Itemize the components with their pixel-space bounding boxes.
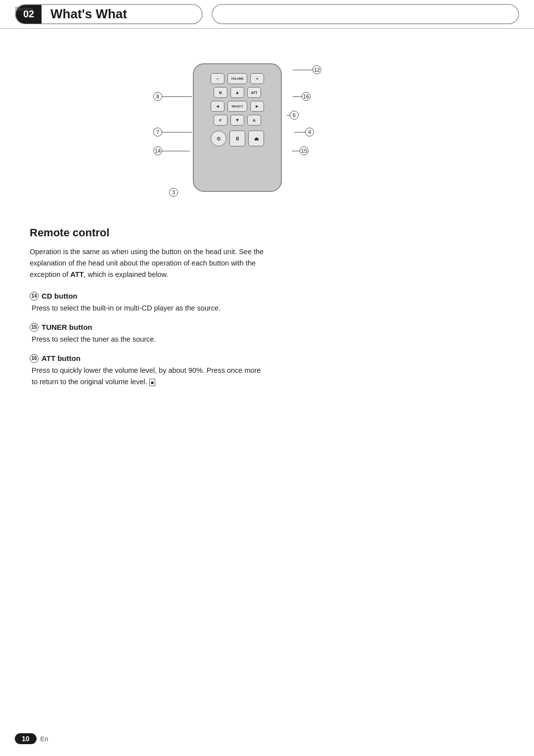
remote-control-heading: Remote control xyxy=(30,226,504,239)
btn-right[interactable] xyxy=(250,101,264,112)
btn-b[interactable]: B xyxy=(214,87,227,98)
btn-eject[interactable]: ⏏ xyxy=(248,131,264,146)
remote-row-3: SELECT xyxy=(199,101,276,112)
btn-down[interactable] xyxy=(230,115,244,126)
callout-circle-3: 3 xyxy=(169,188,178,197)
callout-circle-7: 7 xyxy=(153,128,162,136)
header-left: 02 What's What xyxy=(15,4,203,24)
remote-wrapper: − VOLUME + B ATT SELECT xyxy=(148,58,386,207)
remote-row-4: F A xyxy=(199,115,276,126)
remote-row-1: − VOLUME + xyxy=(199,73,276,84)
section-label: Section xyxy=(15,6,33,12)
page: Section 02 What's What − VOLUME + xyxy=(0,0,534,756)
callout-circle-12: 12 xyxy=(312,65,321,74)
header-right-box xyxy=(212,4,519,24)
item-att-number: 16 xyxy=(30,354,39,363)
item-cd-number: 14 xyxy=(30,292,39,301)
item-tuner-button: 15 TUNER button Press to select the tune… xyxy=(30,323,504,345)
callout-circle-4: 4 xyxy=(305,128,314,136)
item-cd-desc: Press to select the built-in or multi-CD… xyxy=(30,303,267,314)
callout-16: 16 xyxy=(293,92,311,101)
main-content: − VOLUME + B ATT SELECT xyxy=(0,29,534,411)
btn-left[interactable] xyxy=(211,101,224,112)
callout-3: 3 xyxy=(169,188,178,197)
item-cd-button: 14 CD button Press to select the built-i… xyxy=(30,292,504,314)
header-bar: 02 What's What xyxy=(0,0,534,29)
callout-15: 15 xyxy=(292,146,309,155)
btn-minus[interactable]: − xyxy=(211,73,224,84)
callout-circle-8: 8 xyxy=(153,92,162,101)
callout-6: 6 xyxy=(287,111,299,120)
item-att-desc: Press to quickly lower the volume level,… xyxy=(30,365,267,388)
remote-row-2: B ATT xyxy=(199,87,276,98)
btn-a[interactable]: A xyxy=(247,115,261,126)
btn-pause[interactable]: ⏸ xyxy=(229,131,245,146)
page-number: 10 xyxy=(15,733,37,744)
callout-circle-14: 14 xyxy=(153,146,162,155)
language-label: En xyxy=(41,735,48,743)
remote-body: − VOLUME + B ATT SELECT xyxy=(193,63,282,192)
btn-up[interactable] xyxy=(230,87,244,98)
callout-circle-6: 6 xyxy=(290,111,299,120)
btn-cd[interactable]: ⊙ xyxy=(211,131,226,146)
callout-8: 8 xyxy=(153,92,192,101)
item-att-button: 16 ATT button Press to quickly lower the… xyxy=(30,354,504,388)
callout-circle-15: 15 xyxy=(300,146,309,155)
remote-row-5: ⊙ ⏸ ⏏ xyxy=(199,131,276,146)
remote-diagram: − VOLUME + B ATT SELECT xyxy=(30,53,504,212)
btn-f[interactable]: F xyxy=(214,115,227,126)
callout-4: 4 xyxy=(294,128,314,136)
item-att-heading: 16 ATT button xyxy=(30,354,504,363)
page-title: What's What xyxy=(50,6,127,22)
item-cd-heading: 14 CD button xyxy=(30,292,504,301)
btn-att[interactable]: ATT xyxy=(247,87,261,98)
callout-12: 12 xyxy=(293,65,321,74)
item-tuner-desc: Press to select the tuner as the source. xyxy=(30,334,267,345)
callout-circle-16: 16 xyxy=(302,92,311,101)
item-tuner-number: 15 xyxy=(30,323,39,332)
callout-14: 14 xyxy=(153,146,190,155)
btn-plus[interactable]: + xyxy=(250,73,264,84)
footer: 10 En xyxy=(15,733,48,744)
btn-volume[interactable]: VOLUME xyxy=(227,73,247,84)
item-tuner-heading: 15 TUNER button xyxy=(30,323,504,332)
remote-intro-text: Operation is the same as when using the … xyxy=(30,246,277,281)
callout-7: 7 xyxy=(153,128,192,136)
btn-select[interactable]: SELECT xyxy=(227,101,247,112)
